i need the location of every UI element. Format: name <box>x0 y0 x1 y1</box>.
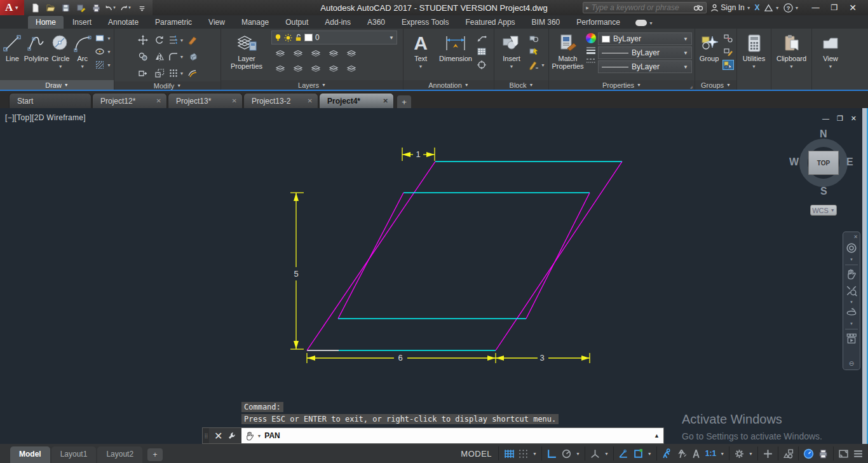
navbar-close-icon[interactable]: ✕ <box>853 235 858 240</box>
table-icon[interactable] <box>476 46 487 57</box>
viewcube-south[interactable]: S <box>820 186 827 197</box>
save-as-icon[interactable] <box>74 1 88 14</box>
status-annotation-autoscale-icon[interactable] <box>676 448 687 459</box>
viewcube-top-face[interactable]: TOP <box>808 151 839 175</box>
stretch-icon[interactable] <box>137 68 149 78</box>
arc-button[interactable]: Arc▼ <box>72 31 92 71</box>
navigation-wheel-icon[interactable] <box>846 242 857 256</box>
ribbon-tab-bim-360[interactable]: BIM 360 <box>524 16 568 29</box>
command-close-icon[interactable]: ✕ <box>214 430 222 442</box>
layer-thaw-icon[interactable] <box>310 64 322 74</box>
status-graphics-performance-icon[interactable] <box>803 448 814 459</box>
panel-utilities[interactable]: Utilities▼ <box>737 29 771 90</box>
mirror-icon[interactable] <box>154 52 165 62</box>
color-combo-dropdown-icon[interactable]: ▼ <box>683 36 688 42</box>
ribbon-display-toggle[interactable]: ▼ <box>635 20 653 29</box>
viewcube-east[interactable]: E <box>846 156 853 168</box>
exchange-apps-icon[interactable]: X <box>755 3 760 12</box>
layer-combo-dropdown-icon[interactable]: ▼ <box>389 35 394 41</box>
status-object-snap-icon[interactable] <box>633 448 644 459</box>
file-tab-close-icon[interactable]: ✕ <box>156 97 161 104</box>
status-object-snap-dropdown-icon[interactable]: ▼ <box>648 452 652 456</box>
command-grip-handle[interactable]: ⣿ <box>203 428 209 443</box>
layout-tab-layout2[interactable]: Layout2 <box>97 446 142 463</box>
drawing-line-magenta[interactable] <box>526 193 590 319</box>
status-polar-icon[interactable] <box>561 448 572 459</box>
minimize-button[interactable]: — <box>812 3 820 12</box>
lineweight-combo-dropdown-icon[interactable]: ▼ <box>683 50 688 56</box>
dimension-button[interactable]: Dimension <box>437 31 474 62</box>
insert-button[interactable]: Insert▼ <box>497 31 526 71</box>
file-tab-start[interactable]: Start <box>9 93 92 108</box>
erase-icon[interactable] <box>187 35 198 45</box>
view-dropdown-icon[interactable]: ▼ <box>829 63 833 71</box>
layers-panel-label[interactable]: Layers▼ <box>221 80 403 90</box>
file-tab-project4-[interactable]: Project4*✕ <box>319 93 394 108</box>
lineweight-icon[interactable] <box>586 46 596 54</box>
annotation-scale-value[interactable]: 1:1 <box>705 449 716 458</box>
new-file-tab-button[interactable]: + <box>397 95 411 108</box>
layer-on-icon[interactable] <box>275 64 286 74</box>
save-icon[interactable] <box>58 1 72 14</box>
ribbon-tab-featured-apps[interactable]: Featured Apps <box>458 16 523 29</box>
navbar-menu-icon[interactable]: ⊖ <box>849 360 854 367</box>
file-tab-close-icon[interactable]: ✕ <box>232 97 237 104</box>
properties-panel-label[interactable]: Properties▼⌟ <box>549 80 695 90</box>
panel-view[interactable]: View▼ <box>812 29 849 90</box>
help-icon[interactable]: ? ▼ <box>783 3 799 13</box>
write-block-icon[interactable] <box>528 46 539 57</box>
file-tab-project12-[interactable]: Project12*✕ <box>92 93 167 108</box>
layer-isolate-icon[interactable] <box>275 48 286 59</box>
viewcube[interactable]: N S W E TOP <box>793 131 854 197</box>
view-button[interactable]: View▼ <box>816 31 845 71</box>
properties-launcher-icon[interactable]: ⌟ <box>690 83 693 89</box>
ribbon-tab-annotate[interactable]: Annotate <box>100 16 146 29</box>
fillet-dropdown-icon[interactable]: ▼ <box>180 55 184 59</box>
binoculars-search-icon[interactable] <box>693 4 703 11</box>
command-history-toggle-icon[interactable]: ▲ <box>654 432 660 439</box>
undo-icon[interactable]: ▾ <box>104 1 118 14</box>
sign-in-button[interactable]: Sign In ▼ <box>710 3 750 12</box>
object-color-combo[interactable]: ByLayer ▼ <box>598 32 692 45</box>
dimension-value[interactable]: 5 <box>294 269 298 279</box>
active-command-text[interactable]: PAN <box>264 431 280 440</box>
vertical-scrollbar[interactable] <box>862 108 868 444</box>
pan-tool-icon[interactable] <box>846 268 857 282</box>
ribbon-tab-add-ins[interactable]: Add-ins <box>317 16 358 29</box>
command-wrench-icon[interactable] <box>227 431 236 440</box>
trim-icon[interactable] <box>168 35 179 45</box>
text-button[interactable]: A Text▼ <box>406 31 435 71</box>
linetype-icon[interactable] <box>586 57 596 65</box>
ungroup-icon[interactable] <box>722 33 734 43</box>
new-file-icon[interactable] <box>28 1 42 14</box>
layer-select-combo[interactable]: 0 ▼ <box>271 31 397 45</box>
search-box[interactable]: ▸ <box>583 2 707 13</box>
qat-menu-icon[interactable] <box>135 1 149 14</box>
clipboard-dropdown-icon[interactable]: ▼ <box>789 63 794 71</box>
search-input[interactable] <box>592 3 691 12</box>
draw-panel-label[interactable]: Draw▼ <box>0 80 114 90</box>
app-logo-button[interactable]: A▼ <box>0 0 24 15</box>
open-file-icon[interactable] <box>43 1 57 14</box>
insert-dropdown-icon[interactable]: ▼ <box>510 63 514 71</box>
ellipse-dropdown-icon[interactable]: ▼ <box>107 50 111 54</box>
sign-in-dropdown-icon[interactable]: ▼ <box>747 6 751 10</box>
redo-icon[interactable]: ▾ <box>119 1 133 14</box>
status-object-snap-tracking-icon[interactable] <box>618 448 629 459</box>
status-workspace-gear-dropdown-icon[interactable]: ▼ <box>749 452 753 456</box>
viewcube-north[interactable]: N <box>820 128 827 140</box>
file-tab-project13-[interactable]: Project13*✕ <box>168 93 243 108</box>
status-isometric-dropdown-icon[interactable]: ▼ <box>604 452 609 456</box>
move-icon[interactable] <box>137 35 149 45</box>
status-customization-menu-icon[interactable] <box>853 448 864 459</box>
clipboard-button[interactable]: Clipboard▼ <box>774 31 809 71</box>
scale-icon[interactable] <box>154 68 165 78</box>
layer-match-icon[interactable] <box>346 48 357 59</box>
group-edit-icon[interactable] <box>722 46 734 57</box>
status-annotation-scale-icon[interactable] <box>691 448 702 459</box>
groups-panel-label[interactable]: Groups▼ <box>695 80 736 90</box>
attributes-dropdown-icon[interactable]: ▼ <box>541 63 545 67</box>
block-panel-label[interactable]: Block▼ <box>494 80 548 90</box>
command-input[interactable]: ▼ PAN ▲ <box>241 428 663 443</box>
utilities-dropdown-icon[interactable]: ▼ <box>752 63 756 71</box>
